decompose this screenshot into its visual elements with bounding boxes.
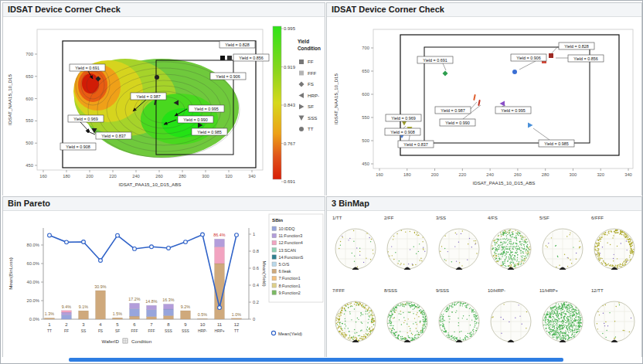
corner-scatter-chart[interactable]: 1601802002202402602803003203404505005506…: [327, 17, 641, 196]
svg-text:3/SS: 3/SS: [436, 216, 446, 220]
svg-text:1.5%: 1.5%: [113, 311, 122, 316]
svg-text:9.1%: 9.1%: [79, 304, 88, 309]
svg-text:Yield = 0.691: Yield = 0.691: [75, 66, 99, 70]
svg-text:FFF: FFF: [148, 329, 155, 333]
svg-text:260: 260: [155, 174, 163, 179]
svg-text:SBin: SBin: [272, 217, 283, 223]
svg-text:14:FunctionS: 14:FunctionS: [279, 255, 304, 260]
svg-text:Yield = 0.987: Yield = 0.987: [136, 94, 160, 99]
svg-text:Mean(Yield): Mean(Yield): [262, 260, 267, 286]
svg-text:6:Ileak: 6:Ileak: [279, 269, 291, 274]
svg-text:SF: SF: [115, 329, 120, 333]
svg-text:8:Function1: 8:Function1: [279, 284, 301, 288]
panel-title-corner-contour: IDSAT Device Corner Check: [8, 5, 121, 14]
svg-text:Yield = 0.908: Yield = 0.908: [390, 130, 414, 134]
svg-text:0.843: 0.843: [284, 103, 296, 107]
svg-text:Yield = 0.828: Yield = 0.828: [564, 44, 588, 49]
svg-text:320: 320: [597, 172, 604, 177]
svg-text:Mean(BinLoss): Mean(BinLoss): [8, 257, 13, 290]
svg-text:HRP-: HRP-: [308, 93, 319, 98]
bottom-scrollbar[interactable]: [69, 358, 563, 362]
svg-text:Condition: Condition: [298, 46, 321, 51]
svg-text:HRP-: HRP-: [198, 329, 207, 333]
svg-text:4: 4: [99, 322, 102, 327]
panel-header-binmap[interactable]: 3 BinMap: [327, 197, 641, 211]
svg-text:SSS: SSS: [165, 329, 173, 333]
svg-text:200: 200: [431, 172, 439, 177]
svg-text:Yield = 0.985: Yield = 0.985: [197, 130, 221, 134]
svg-text:220: 220: [459, 172, 467, 177]
svg-text:IDSAT_PAA15_10_D15_ABS: IDSAT_PAA15_10_D15_ABS: [119, 182, 182, 187]
svg-text:600: 600: [362, 92, 369, 97]
svg-text:Condition: Condition: [131, 338, 152, 344]
svg-text:12: 12: [234, 322, 240, 327]
svg-text:Yield = 0.691: Yield = 0.691: [423, 58, 447, 63]
svg-text:550: 550: [26, 118, 33, 123]
svg-text:7: 7: [150, 322, 153, 327]
svg-text:Mean(Yield): Mean(Yield): [278, 332, 302, 336]
svg-text:500: 500: [26, 141, 33, 145]
svg-text:220: 220: [109, 174, 117, 179]
svg-text:86.4%: 86.4%: [213, 233, 225, 237]
svg-text:Yield = 0.969: Yield = 0.969: [391, 116, 415, 121]
svg-text:0.995: 0.995: [284, 26, 296, 31]
svg-text:550: 550: [362, 115, 369, 120]
svg-text:0.4: 0.4: [253, 283, 260, 287]
panel-title-binmap: 3 BinMap: [332, 199, 369, 208]
svg-text:WaferID: WaferID: [102, 338, 120, 344]
panel-body-bin-pareto: 0.0%20.0%40.0%60.0%80.0%00.20.40.60.811.…: [3, 211, 325, 357]
svg-text:0.0%: 0.0%: [29, 317, 39, 321]
svg-text:0.767: 0.767: [284, 141, 296, 146]
svg-text:5: 5: [116, 322, 119, 327]
panel-title-bin-pareto: Bin Pareto: [8, 199, 50, 208]
svg-text:280: 280: [179, 174, 186, 179]
svg-text:650: 650: [26, 74, 33, 79]
svg-text:0.691: 0.691: [284, 179, 296, 184]
svg-text:FS: FS: [98, 329, 104, 333]
svg-text:5/SF: 5/SF: [539, 216, 549, 220]
svg-text:240: 240: [132, 174, 140, 179]
svg-text:0.6: 0.6: [253, 266, 259, 270]
svg-text:12/TT: 12/TT: [591, 288, 604, 293]
svg-text:320: 320: [225, 174, 233, 179]
binmap-grid[interactable]: 1/TT2/FF3/SS4/FS5/SF6/FFF7/FFF8/SSS9/SSS…: [327, 211, 641, 357]
svg-text:Yield = 0.837: Yield = 0.837: [403, 142, 427, 147]
svg-text:SF: SF: [308, 104, 314, 109]
svg-text:0.8: 0.8: [253, 249, 259, 253]
svg-text:Yield = 0.985: Yield = 0.985: [544, 141, 568, 146]
svg-text:Yield = 0.990: Yield = 0.990: [445, 121, 469, 125]
panel-header-corner-contour[interactable]: IDSAT Device Corner Check: [3, 3, 325, 17]
panel-header-corner-scatter[interactable]: IDSAT Device Corner Check: [327, 3, 641, 17]
svg-text:Yield = 0.995: Yield = 0.995: [194, 107, 218, 111]
svg-text:9/SSS: 9/SSS: [436, 288, 449, 293]
panel-corner-contour: IDSAT Device Corner Check 16018020022024…: [2, 2, 325, 196]
svg-text:0.919: 0.919: [284, 65, 296, 70]
svg-text:12:Function4: 12:Function4: [279, 240, 303, 245]
panel-header-bin-pareto[interactable]: Bin Pareto: [3, 197, 325, 211]
svg-text:60.0%: 60.0%: [27, 261, 39, 266]
svg-text:FS: FS: [308, 81, 314, 87]
svg-text:Yield = 0.856: Yield = 0.856: [573, 56, 597, 61]
svg-text:TT: TT: [47, 329, 52, 333]
panel-binmap: 3 BinMap 1/TT2/FF3/SS4/FS5/SF6/FFF7/FFF8…: [326, 196, 642, 357]
svg-text:SS: SS: [81, 329, 87, 333]
dashboard: IDSAT Device Corner Check 16018020022024…: [0, 0, 643, 364]
svg-text:SSS: SSS: [308, 115, 317, 121]
bin-pareto-chart[interactable]: 0.0%20.0%40.0%60.0%80.0%00.20.40.60.811.…: [3, 211, 325, 357]
svg-text:HRP+: HRP+: [214, 329, 224, 333]
corner-contour-chart[interactable]: 1601802002202402602803003203404505005506…: [3, 17, 325, 196]
svg-text:14.8%: 14.8%: [145, 299, 157, 304]
svg-text:30.9%: 30.9%: [94, 284, 106, 289]
svg-text:TT: TT: [234, 329, 239, 333]
svg-text:700: 700: [26, 52, 33, 56]
svg-text:240: 240: [486, 172, 494, 177]
panel-body-corner-scatter: 1601802002202402602803003203404505005506…: [327, 17, 641, 196]
svg-text:Yield = 0.828: Yield = 0.828: [225, 43, 249, 47]
svg-text:10: 10: [200, 322, 206, 327]
svg-text:17.2%: 17.2%: [128, 297, 140, 301]
svg-text:600: 600: [26, 97, 33, 101]
svg-text:8: 8: [167, 322, 170, 327]
svg-text:20.0%: 20.0%: [27, 298, 39, 303]
svg-text:Yield = 0.908: Yield = 0.908: [66, 145, 90, 149]
svg-text:0: 0: [253, 317, 255, 321]
